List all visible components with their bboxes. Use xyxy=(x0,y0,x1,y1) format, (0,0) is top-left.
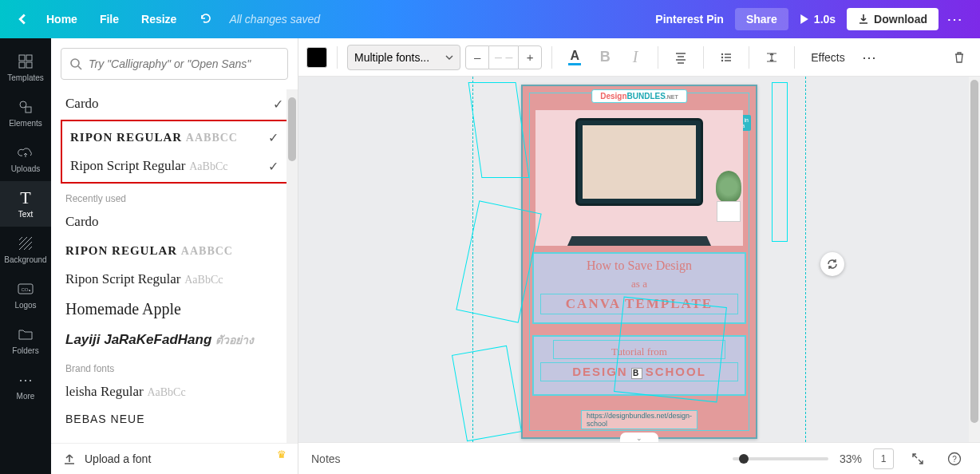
notes-button[interactable]: Notes xyxy=(311,452,341,465)
canvas-page[interactable]: DesignBUNDLES.NET Made in Canva How to S… xyxy=(521,85,757,439)
brand-word: Design xyxy=(600,92,626,101)
rail-folders[interactable]: Folders xyxy=(0,318,51,363)
page-count[interactable]: 1 xyxy=(873,448,894,469)
file-menu[interactable]: File xyxy=(89,13,130,26)
cloud-upload-icon xyxy=(18,144,34,160)
svg-rect-3 xyxy=(26,62,32,68)
effects-button[interactable]: Effects xyxy=(804,51,852,64)
font-size-value[interactable]: – – xyxy=(489,45,518,69)
spacing-button[interactable] xyxy=(759,45,784,70)
font-name: RIPON REGULAR xyxy=(70,131,182,144)
color-swatch[interactable] xyxy=(306,47,327,68)
fullscreen-button[interactable] xyxy=(905,446,931,472)
rail-templates[interactable]: Templates xyxy=(0,45,51,90)
font-name: BEBAS NEUE xyxy=(65,413,144,425)
laptop-screen xyxy=(575,118,703,206)
font-item[interactable]: leisha Regular AaBbCc xyxy=(61,377,288,406)
rail-more[interactable]: ⋯More xyxy=(0,363,51,409)
title-card[interactable]: How to Save Design as a CANVA TEMPLATE xyxy=(532,252,746,324)
sync-fab[interactable] xyxy=(820,252,844,276)
delete-button[interactable] xyxy=(946,45,972,70)
subtitle-card[interactable]: Tutorial from DESIGNSCHOOL xyxy=(532,335,746,396)
upload-font-button[interactable]: Upload a font ♛ xyxy=(51,443,298,474)
more-menu[interactable]: ⋯ xyxy=(939,10,970,29)
check-icon: ✓ xyxy=(268,130,279,145)
search-icon xyxy=(69,57,82,70)
brand-banner[interactable]: DesignBUNDLES.NET xyxy=(591,89,687,103)
subtitle-display[interactable]: DESIGNSCHOOL xyxy=(540,362,738,381)
chevron-left-icon xyxy=(17,14,28,25)
font-item[interactable]: Cardo xyxy=(61,207,288,236)
scrollbar-thumb[interactable] xyxy=(970,80,978,423)
scrollbar-thumb[interactable] xyxy=(288,97,296,161)
font-size-minus[interactable]: – xyxy=(465,45,489,69)
font-sample: AaBbCc xyxy=(189,160,227,172)
font-name: leisha Regular xyxy=(65,384,144,399)
help-button[interactable]: ? xyxy=(942,446,967,472)
font-dropdown-label: Multiple fonts... xyxy=(354,51,429,64)
toolbar-more[interactable]: ⋯ xyxy=(856,45,882,70)
zoom-value[interactable]: 33% xyxy=(840,452,862,465)
text-color-button[interactable]: A xyxy=(562,45,587,70)
font-search[interactable] xyxy=(61,48,288,80)
rail-uploads[interactable]: Uploads xyxy=(0,136,51,181)
back-button[interactable] xyxy=(10,14,35,25)
font-item[interactable]: Layiji JaRaKeFadHang ตัวอย่าง xyxy=(61,325,288,355)
background-icon xyxy=(18,235,34,251)
rail-text[interactable]: TText xyxy=(0,181,51,227)
templates-icon xyxy=(18,53,34,69)
scrollbar[interactable] xyxy=(286,89,298,443)
title-asa[interactable]: as a xyxy=(534,273,745,290)
rail-elements[interactable]: Elements xyxy=(0,90,51,136)
svg-point-8 xyxy=(71,59,79,67)
font-size-plus[interactable]: + xyxy=(518,45,542,69)
home-menu[interactable]: Home xyxy=(35,13,89,26)
page-handle[interactable]: ⌄ xyxy=(620,433,658,442)
undo-button[interactable] xyxy=(188,12,223,27)
font-name: Ripon Script Regular xyxy=(65,271,180,286)
font-item[interactable]: BEBAS NEUE xyxy=(61,406,288,432)
subtitle-word: DESIGN xyxy=(572,365,628,378)
title-display[interactable]: CANVA TEMPLATE xyxy=(540,294,738,314)
font-item-ripon-regular[interactable]: RIPON REGULAR AABBCC✓ xyxy=(65,123,283,152)
laptop-base xyxy=(567,236,711,246)
margin-guide-left xyxy=(472,77,473,442)
slider-thumb[interactable] xyxy=(739,454,749,464)
font-list[interactable]: Cardo✓ RIPON REGULAR AABBCC✓ Ripon Scrip… xyxy=(51,89,298,443)
canvas-scrollbar[interactable] xyxy=(969,77,980,442)
font-item-ripon-script[interactable]: Ripon Script Regular AaBbCc✓ xyxy=(65,152,283,180)
italic-button[interactable]: I xyxy=(622,45,648,70)
rail-label: Templates xyxy=(7,73,44,82)
font-item-cardo[interactable]: Cardo✓ xyxy=(61,89,288,118)
font-search-input[interactable] xyxy=(89,57,279,70)
subtitle-script[interactable]: Tutorial from xyxy=(553,340,725,359)
footer-url[interactable]: https://designbundles.net/design-school xyxy=(581,410,697,429)
title-script[interactable]: How to Save Design xyxy=(534,254,745,273)
font-item[interactable]: RIPON REGULAR AABBCC xyxy=(61,236,288,265)
download-button[interactable]: Download xyxy=(847,8,939,30)
zoom-slider[interactable] xyxy=(733,457,828,460)
folder-icon xyxy=(18,326,34,342)
play-button[interactable]: 1.0s xyxy=(788,8,847,30)
top-bar: Home File Resize All changes saved Pinte… xyxy=(0,0,980,38)
align-button[interactable] xyxy=(668,45,694,70)
font-name: Cardo xyxy=(65,214,99,230)
brand-tld: .NET xyxy=(666,94,678,100)
font-item[interactable]: Homemade Apple xyxy=(61,294,288,325)
list-button[interactable] xyxy=(713,45,739,70)
work-area[interactable]: DesignBUNDLES.NET Made in Canva How to S… xyxy=(298,77,980,442)
left-rail: Templates Elements Uploads TText Backgro… xyxy=(0,38,51,474)
resize-menu[interactable]: Resize xyxy=(130,13,188,26)
bold-button[interactable]: B xyxy=(592,45,618,70)
font-dropdown[interactable]: Multiple fonts... xyxy=(347,45,460,70)
font-item[interactable]: Ripon Script Regular AaBbCc xyxy=(61,265,288,294)
hero-image[interactable] xyxy=(535,110,743,246)
font-name: Homemade Apple xyxy=(65,300,181,318)
share-button[interactable]: Share xyxy=(735,8,788,30)
rail-background[interactable]: Background xyxy=(0,227,51,272)
brand-fonts-label: Brand fonts xyxy=(61,355,288,377)
rail-label: Text xyxy=(18,210,33,219)
document-name[interactable]: Pinterest Pin xyxy=(644,13,735,26)
rail-label: Elements xyxy=(9,119,42,128)
rail-logos[interactable]: CO₂Logos xyxy=(0,272,51,318)
